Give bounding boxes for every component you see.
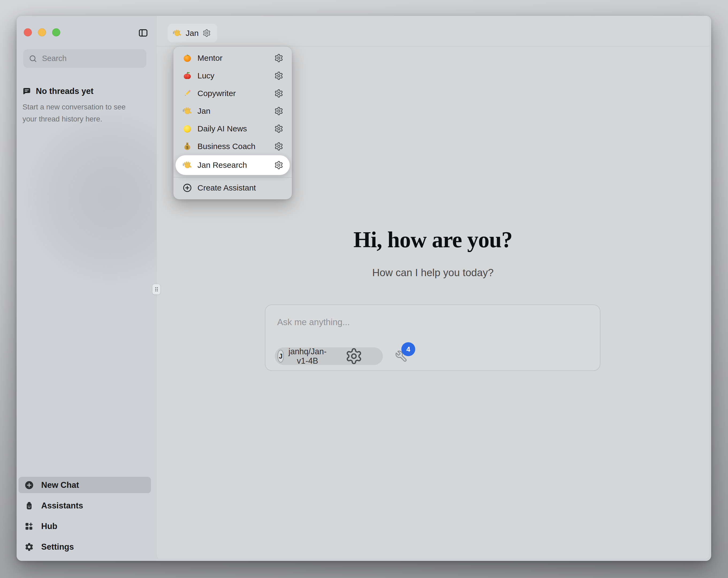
gear-icon <box>274 89 283 98</box>
gear-icon[interactable] <box>331 347 377 365</box>
empty-state-title: No threads yet <box>36 86 94 96</box>
menu-item-mentor[interactable]: Mentor <box>173 49 292 67</box>
assistant-settings-button[interactable] <box>274 124 283 133</box>
menu-item-copywriter[interactable]: Copywriter <box>173 84 292 102</box>
minimize-button[interactable] <box>38 28 46 36</box>
assistants-icon <box>24 501 34 510</box>
wave-emoji <box>182 160 192 170</box>
assistant-settings-button[interactable] <box>274 106 283 116</box>
menu-item-label: Business Coach <box>198 142 274 151</box>
model-name: janhq/Jan-v1-4B <box>288 347 327 366</box>
sidebar-item-settings[interactable]: Settings <box>19 539 151 555</box>
nav-label: Assistants <box>41 501 83 510</box>
panel-left-icon <box>138 28 148 38</box>
hub-grid-icon <box>24 522 34 531</box>
assistant-selector-label: Jan <box>186 29 199 38</box>
menu-item-label: Jan <box>198 106 274 116</box>
menu-item-label: Mentor <box>198 53 274 62</box>
greeting-title: Hi, how are you? <box>157 227 709 253</box>
plus-circle-outline-icon <box>182 183 192 193</box>
assistant-settings-button[interactable] <box>274 71 283 80</box>
window-controls <box>24 28 60 36</box>
assistant-settings-button[interactable] <box>274 142 283 151</box>
menu-item-business-coach[interactable]: Business Coach <box>173 137 292 155</box>
sidebar-item-assistants[interactable]: Assistants <box>19 498 151 514</box>
grip-dots-icon <box>153 285 160 293</box>
menu-separator <box>173 177 292 177</box>
sidebar-nav: New Chat Assistants Hub Settings <box>19 477 151 555</box>
model-selector-button[interactable]: J janhq/Jan-v1-4B <box>275 347 383 365</box>
nav-label: Hub <box>41 522 57 531</box>
menu-item-create-assistant[interactable]: Create Assistant <box>173 179 292 197</box>
menu-item-jan-research[interactable]: Jan Research <box>176 155 290 175</box>
gear-icon <box>274 160 283 170</box>
plus-circle-icon <box>24 480 34 490</box>
empty-state-description: Start a new conversation to see your thr… <box>23 101 140 125</box>
tools-count-badge: 4 <box>401 342 415 356</box>
assistant-settings-button[interactable] <box>274 89 283 98</box>
search-box[interactable] <box>23 49 146 68</box>
menu-item-jan[interactable]: Jan <box>173 102 292 120</box>
menu-item-lucy[interactable]: Lucy <box>173 67 292 84</box>
sidebar-resize-handle[interactable] <box>152 284 160 295</box>
menu-item-label: Copywriter <box>198 89 274 98</box>
chat-bubble-icon <box>22 87 31 96</box>
gear-icon <box>274 71 283 80</box>
yellow-circle-emoji <box>182 124 192 133</box>
desktop-background: No threads yet Start a new conversation … <box>0 0 728 578</box>
wave-emoji <box>182 106 192 116</box>
empty-state-header: No threads yet <box>22 86 94 96</box>
gear-icon <box>274 142 283 151</box>
search-input[interactable] <box>42 54 144 63</box>
menu-item-label: Lucy <box>198 71 274 80</box>
sidebar-toggle-button[interactable] <box>138 28 148 38</box>
assistant-settings-button[interactable] <box>274 160 283 170</box>
jan-app-window: No threads yet Start a new conversation … <box>17 16 711 561</box>
nav-label: Settings <box>41 542 74 552</box>
maximize-button[interactable] <box>52 28 60 36</box>
assistant-dropdown-menu: Mentor Lucy Copywriter Jan <box>173 47 292 199</box>
sidebar: No threads yet Start a new conversation … <box>17 16 157 561</box>
menu-item-label: Jan Research <box>198 160 274 170</box>
chat-composer[interactable]: J janhq/Jan-v1-4B 4 <box>265 304 600 371</box>
assistant-settings-button[interactable] <box>274 53 283 62</box>
assistant-selector-button[interactable]: Jan <box>168 24 217 42</box>
menu-item-daily-ai-news[interactable]: Daily AI News <box>173 120 292 137</box>
gear-icon[interactable] <box>203 29 211 37</box>
sidebar-item-hub[interactable]: Hub <box>19 518 151 534</box>
pencil-emoji <box>182 89 192 98</box>
red-apple-emoji <box>182 71 192 80</box>
wave-emoji <box>173 29 182 38</box>
search-icon <box>29 54 37 63</box>
sidebar-item-new-chat[interactable]: New Chat <box>19 477 151 493</box>
model-avatar: J <box>278 350 284 362</box>
gear-icon <box>24 542 34 552</box>
gear-icon <box>274 124 283 133</box>
chat-input[interactable] <box>277 316 582 328</box>
close-button[interactable] <box>24 28 32 36</box>
nav-label: New Chat <box>41 480 79 490</box>
gear-icon <box>274 53 283 62</box>
main-panel: Jan Mentor Lucy Copywriter <box>157 16 709 559</box>
menu-item-label: Create Assistant <box>198 183 256 193</box>
main-header: Jan <box>157 16 709 46</box>
menu-item-label: Daily AI News <box>198 124 274 133</box>
money-bag-emoji <box>182 142 192 151</box>
tangerine-emoji <box>182 53 192 63</box>
greeting-subtitle: How can I help you today? <box>157 267 709 279</box>
gear-icon <box>274 106 283 116</box>
